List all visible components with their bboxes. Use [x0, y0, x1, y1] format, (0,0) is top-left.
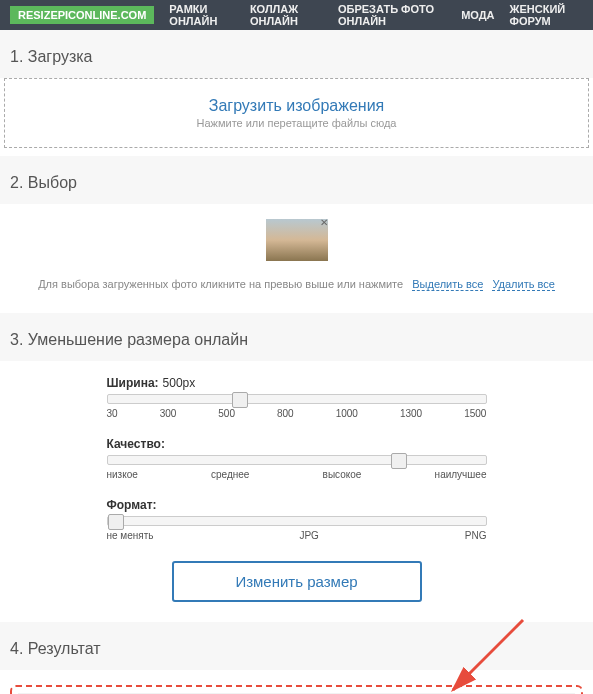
quality-slider[interactable]: [107, 455, 487, 465]
quality-label: Качество:: [107, 437, 165, 451]
nav-fashion[interactable]: МОДА: [461, 9, 494, 21]
width-slider[interactable]: [107, 394, 487, 404]
width-value: 500px: [163, 376, 196, 390]
format-slider[interactable]: [107, 516, 487, 526]
section-result-title: 4. Результат: [0, 622, 593, 670]
nav-forum[interactable]: ЖЕНСКИЙ ФОРУМ: [510, 3, 583, 27]
result-highlight-box: 500 x 375 46.03KB JPG скачать: [10, 685, 583, 694]
format-ticks: не менятьJPGPNG: [107, 530, 487, 541]
format-slider-thumb[interactable]: [108, 514, 124, 530]
select-all-link[interactable]: Выделить все: [412, 278, 483, 291]
format-label: Формат:: [107, 498, 157, 512]
section-resize-title: 3. Уменьшение размера онлайн: [0, 313, 593, 361]
logo[interactable]: RESIZEPICONLINE.COM: [10, 6, 154, 24]
resize-controls: Ширина:500px 30300500800100013001500 Кач…: [107, 376, 487, 602]
close-icon[interactable]: ✕: [318, 217, 330, 229]
top-nav: RESIZEPICONLINE.COM РАМКИ ОНЛАЙН КОЛЛАЖ …: [0, 0, 593, 30]
nav-collage[interactable]: КОЛЛАЖ ОНЛАЙН: [250, 3, 323, 27]
thumbnail-item[interactable]: ✕: [266, 219, 328, 261]
quality-control: Качество: низкоесреднеевысокоенаилучшее: [107, 437, 487, 480]
width-control: Ширина:500px 30300500800100013001500: [107, 376, 487, 419]
upload-link[interactable]: Загрузить изображения: [23, 97, 570, 115]
quality-ticks: низкоесреднеевысокоенаилучшее: [107, 469, 487, 480]
nav-crop[interactable]: ОБРЕЗАТЬ ФОТО ОНЛАЙН: [338, 3, 446, 27]
format-control: Формат: не менятьJPGPNG: [107, 498, 487, 541]
width-label: Ширина:: [107, 376, 159, 390]
select-hint: Для выбора загруженных фото кликните на …: [10, 278, 583, 290]
width-slider-thumb[interactable]: [232, 392, 248, 408]
quality-slider-thumb[interactable]: [391, 453, 407, 469]
select-area: ✕ Для выбора загруженных фото кликните н…: [0, 204, 593, 305]
result-area: 500 x 375 46.03KB JPG скачать: [10, 685, 583, 694]
nav-frames[interactable]: РАМКИ ОНЛАЙН: [169, 3, 235, 27]
delete-all-link[interactable]: Удалить все: [492, 278, 554, 291]
section-select-title: 2. Выбор: [0, 156, 593, 204]
resize-button[interactable]: Изменить размер: [172, 561, 422, 602]
section-upload-title: 1. Загрузка: [0, 30, 593, 78]
upload-dropzone[interactable]: Загрузить изображения Нажмите или перета…: [4, 78, 589, 148]
upload-hint: Нажмите или перетащите файлы сюда: [23, 117, 570, 129]
width-ticks: 30300500800100013001500: [107, 408, 487, 419]
